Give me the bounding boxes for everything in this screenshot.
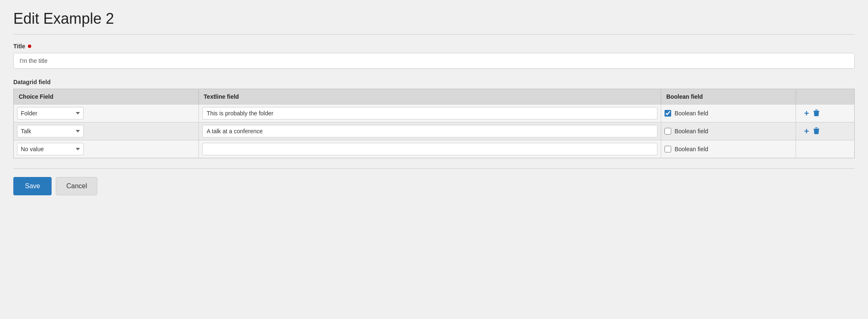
- choice-cell-2: Folder Talk No value: [14, 122, 199, 140]
- choice-select-1[interactable]: Folder Talk No value: [17, 107, 84, 120]
- choice-cell-1: Folder Talk No value: [14, 105, 199, 122]
- textline-input-2[interactable]: [202, 125, 658, 137]
- svg-rect-0: [813, 111, 819, 112]
- boolean-label-3: Boolean field: [675, 146, 708, 152]
- table-row: Folder Talk No value Boolean field: [14, 140, 855, 158]
- boolean-cell-3: Boolean field: [661, 140, 796, 158]
- boolean-label-2: Boolean field: [675, 128, 708, 135]
- delete-row-button-2[interactable]: [813, 127, 820, 136]
- textline-cell-2: [198, 122, 661, 140]
- column-header-actions: [796, 89, 854, 105]
- title-label-text: Title: [13, 43, 25, 50]
- column-header-textline: Textline field: [198, 89, 661, 105]
- svg-rect-3: [815, 127, 818, 128]
- actions-cell-2: +: [796, 122, 854, 140]
- footer-divider: [13, 168, 855, 169]
- footer-actions: Save Cancel: [13, 177, 855, 195]
- boolean-checkbox-3[interactable]: [665, 146, 671, 152]
- column-header-choice: Choice Field: [14, 89, 199, 105]
- svg-rect-2: [813, 129, 819, 130]
- boolean-label-1: Boolean field: [675, 110, 708, 117]
- datagrid-table: Choice Field Textline field Boolean fiel…: [13, 89, 855, 158]
- datagrid-body: Folder Talk No value Boolean field +: [14, 105, 855, 158]
- textline-cell-3: [198, 140, 661, 158]
- boolean-checkbox-1[interactable]: [665, 110, 671, 117]
- actions-cell-1: +: [796, 105, 854, 122]
- title-divider: [13, 34, 855, 35]
- delete-row-button-1[interactable]: [813, 109, 820, 118]
- datagrid-label: Datagrid field: [13, 79, 855, 85]
- add-row-button-2[interactable]: +: [804, 127, 809, 135]
- required-indicator: [28, 45, 31, 48]
- table-row: Folder Talk No value Boolean field +: [14, 122, 855, 140]
- actions-cell-3: [796, 140, 854, 158]
- trash-icon: [813, 127, 820, 135]
- page-title: Edit Example 2: [13, 10, 855, 27]
- save-button[interactable]: Save: [13, 177, 52, 195]
- svg-rect-1: [815, 110, 818, 110]
- boolean-cell-2: Boolean field: [661, 122, 796, 140]
- datagrid-header-row: Choice Field Textline field Boolean fiel…: [14, 89, 855, 105]
- column-header-boolean: Boolean field: [661, 89, 796, 105]
- trash-icon: [813, 109, 820, 117]
- add-row-button-1[interactable]: +: [804, 109, 809, 117]
- title-input[interactable]: [13, 53, 855, 69]
- choice-cell-3: Folder Talk No value: [14, 140, 199, 158]
- choice-select-2[interactable]: Folder Talk No value: [17, 125, 84, 137]
- title-field-label: Title: [13, 43, 855, 50]
- boolean-cell-1: Boolean field: [661, 105, 796, 122]
- table-row: Folder Talk No value Boolean field +: [14, 105, 855, 122]
- textline-cell-1: [198, 105, 661, 122]
- cancel-button[interactable]: Cancel: [56, 177, 97, 195]
- textline-input-3[interactable]: [202, 143, 658, 155]
- textline-input-1[interactable]: [202, 107, 658, 120]
- choice-select-3[interactable]: Folder Talk No value: [17, 143, 84, 155]
- boolean-checkbox-2[interactable]: [665, 128, 671, 135]
